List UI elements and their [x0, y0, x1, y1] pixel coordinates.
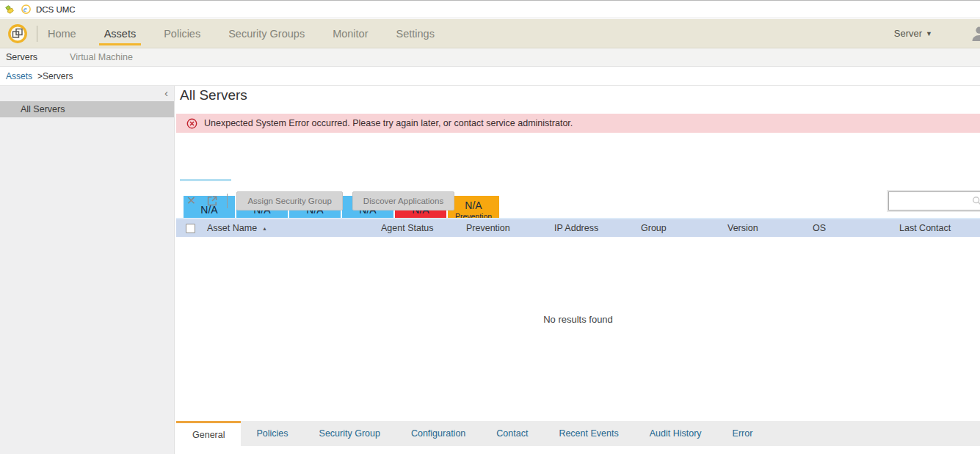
page-title: All Servers: [180, 87, 247, 103]
sidebar-collapse-icon[interactable]: ‹: [164, 88, 168, 98]
servers-main-panel: All Servers Unexpected System Error occu…: [176, 86, 980, 454]
window-title: DCS UMC: [36, 5, 76, 14]
select-all-cell: [176, 224, 207, 233]
svg-text:e: e: [23, 5, 26, 13]
app-icon: [4, 4, 15, 15]
sort-ascending-icon: ▲: [262, 226, 267, 231]
breadcrumb: Assets > Servers: [0, 67, 980, 86]
breadcrumb-current: Servers: [43, 71, 73, 81]
column-header-last-contact[interactable]: Last Contact: [899, 223, 980, 233]
breadcrumb-link-assets[interactable]: Assets: [6, 71, 32, 81]
export-icon[interactable]: [206, 195, 218, 208]
search-icon[interactable]: [972, 196, 980, 206]
nav-item-settings[interactable]: Settings: [396, 19, 435, 48]
table-toolbar: ✕ Assign Security Group Discover Applica…: [176, 191, 980, 211]
discover-applications-button[interactable]: Discover Applications: [352, 191, 454, 210]
clear-selection-icon[interactable]: ✕: [186, 195, 196, 207]
nav-divider: [37, 26, 37, 42]
search-input[interactable]: [892, 193, 965, 209]
browser-titlebar: e DCS UMC: [0, 0, 980, 18]
tab-policies[interactable]: Policies: [241, 421, 303, 446]
tab-general[interactable]: General: [176, 421, 241, 446]
error-banner-message: Unexpected System Error occurred. Please…: [204, 118, 573, 128]
subnav-item-servers[interactable]: Servers: [6, 52, 37, 62]
detail-tabs: General Policies Security Group Configur…: [176, 421, 980, 446]
product-logo-icon[interactable]: [7, 23, 28, 44]
server-scope-dropdown[interactable]: Server ▼: [894, 28, 932, 39]
nav-item-policies[interactable]: Policies: [164, 19, 200, 48]
tab-error[interactable]: Error: [717, 421, 769, 446]
search-box: [888, 191, 980, 210]
subnav-item-virtual-machine[interactable]: Virtual Machine: [70, 52, 133, 62]
dcs-umc-window: e DCS UMC Home Assets Policies Security …: [0, 0, 980, 454]
tab-configuration[interactable]: Configuration: [396, 421, 481, 446]
tab-contact[interactable]: Contact: [481, 421, 543, 446]
column-header-os[interactable]: OS: [813, 223, 899, 233]
selected-tile-underline: [180, 179, 231, 181]
nav-right: Server ▼: [894, 19, 980, 48]
toolbar-divider: [227, 194, 228, 208]
column-header-agent-status[interactable]: Agent Status: [381, 223, 466, 233]
empty-results-message: No results found: [176, 314, 980, 325]
content-area: ‹ All Servers All Servers Unexpected Sys…: [0, 86, 980, 454]
asset-type-subnav: Servers Virtual Machine: [0, 48, 980, 67]
select-all-checkbox[interactable]: [186, 224, 195, 233]
column-header-asset-name[interactable]: Asset Name ▲: [207, 223, 381, 233]
sidebar-item-label: All Servers: [21, 104, 65, 114]
nav-item-security-groups[interactable]: Security Groups: [228, 19, 305, 48]
error-banner: Unexpected System Error occurred. Please…: [176, 114, 980, 133]
servers-table-header: Asset Name ▲ Agent Status Prevention IP …: [176, 218, 980, 237]
main-navbar: Home Assets Policies Security Groups Mon…: [0, 19, 980, 48]
tab-audit-history[interactable]: Audit History: [634, 421, 717, 446]
server-scope-label: Server: [894, 28, 922, 39]
column-header-ip-address[interactable]: IP Address: [554, 223, 641, 233]
assign-security-group-button[interactable]: Assign Security Group: [236, 191, 342, 210]
column-header-prevention[interactable]: Prevention: [466, 223, 554, 233]
breadcrumb-separator: >: [37, 71, 43, 81]
user-profile-icon[interactable]: [970, 25, 980, 43]
tab-recent-events[interactable]: Recent Events: [543, 421, 634, 446]
nav-item-home[interactable]: Home: [48, 19, 76, 48]
nav-items: Home Assets Policies Security Groups Mon…: [48, 19, 435, 48]
column-label: Asset Name: [207, 223, 257, 233]
nav-item-assets[interactable]: Assets: [104, 19, 137, 48]
browser-icon: e: [20, 4, 32, 15]
column-header-group[interactable]: Group: [641, 223, 727, 233]
sidebar-item-all-servers[interactable]: All Servers: [0, 101, 174, 117]
server-tree-sidebar: ‹ All Servers: [0, 86, 175, 454]
tabs-bottom-strip: [176, 446, 980, 454]
nav-item-monitor[interactable]: Monitor: [333, 19, 368, 48]
tab-security-group[interactable]: Security Group: [304, 421, 396, 446]
error-circle-x-icon: [186, 118, 197, 129]
chevron-down-icon: ▼: [926, 30, 932, 37]
column-header-version[interactable]: Version: [727, 223, 813, 233]
